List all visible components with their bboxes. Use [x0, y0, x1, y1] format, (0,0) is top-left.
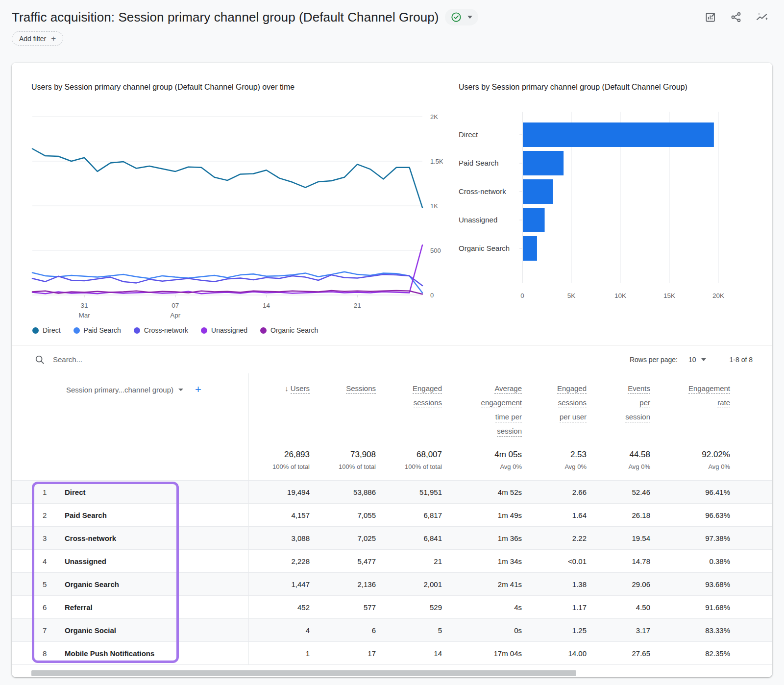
chevron-down-icon[interactable] — [178, 389, 183, 391]
row-metric-value: 3,088 — [248, 534, 316, 542]
legend-dot — [134, 327, 140, 334]
horizontal-scrollbar-thumb[interactable] — [31, 670, 576, 676]
column-header-engaged-sessions-peruser[interactable]: Engagedsessionsper user — [528, 381, 592, 424]
green-check-icon — [451, 12, 462, 23]
bar-category-label: Unassigned — [459, 216, 497, 224]
legend-label: Unassigned — [211, 326, 247, 334]
column-header-line: Engagement — [656, 381, 730, 395]
legend-item: Direct — [32, 326, 61, 334]
y-axis-tick-label: 500 — [430, 247, 441, 254]
line-series-paid_search — [32, 272, 422, 293]
row-metric-value: 7,025 — [316, 534, 382, 542]
row-metric-value: 1m 49s — [448, 511, 528, 519]
chevron-down-icon — [701, 358, 706, 361]
row-channel-name: Mobile Push Notifications — [55, 649, 248, 658]
x-axis-tick-label: 10K — [614, 292, 626, 299]
x-axis-tick-label: 0 — [520, 292, 524, 299]
totals-cell: 44.58Avg 0% — [592, 450, 656, 470]
legend-dot — [32, 327, 39, 334]
row-metric-value: 4s — [448, 603, 528, 612]
column-header-engagement-rate[interactable]: Engagementrate — [656, 381, 736, 410]
sort-descending-icon: ↓ — [285, 384, 289, 393]
rows-per-page-value: 10 — [688, 356, 696, 364]
bar-category-label: Paid Search — [459, 159, 499, 167]
row-metric-value: 91.68% — [656, 603, 736, 612]
row-metric-value: 1,447 — [248, 580, 316, 588]
x-axis-tick-label: 07 — [172, 302, 179, 309]
totals-value: 73,908 — [316, 450, 376, 460]
edit-report-icon[interactable] — [705, 11, 716, 23]
legend-label: Direct — [43, 326, 61, 334]
row-index: 5 — [31, 580, 55, 588]
totals-cell: 4m 05sAvg 0% — [448, 450, 528, 470]
add-dimension-button[interactable]: + — [195, 384, 201, 395]
totals-cell: 26,893100% of total — [248, 450, 316, 470]
totals-cell: 92.02%Avg 0% — [656, 450, 736, 470]
column-header-average-engagement-timeper-session[interactable]: Averageengagementtime persession — [448, 381, 528, 438]
totals-subtext: Avg 0% — [528, 463, 587, 470]
table-row: 7Organic Social4650s1.253.1783.33% — [12, 618, 772, 641]
bar-category-label: Organic Search — [459, 244, 510, 252]
row-metric-value: 4.50 — [592, 603, 656, 612]
row-index: 6 — [31, 603, 55, 612]
search-input[interactable] — [53, 355, 210, 364]
table-row: 3Cross-network3,0887,0256,8411m 36s2.221… — [12, 526, 772, 549]
users-over-time-line-chart: 05001K1.5K2K31Mar07Apr1421 — [31, 109, 443, 319]
insights-icon[interactable] — [756, 11, 768, 23]
totals-subtext: 100% of total — [248, 463, 310, 470]
row-metric-value: 4,157 — [248, 511, 316, 519]
column-header-line: Engaged — [528, 381, 587, 395]
row-metric-value: 93.68% — [656, 580, 736, 588]
row-metric-value: 96.63% — [656, 511, 736, 519]
bar-category-label: Cross-network — [459, 187, 506, 196]
column-header-sessions[interactable]: Sessions — [316, 381, 382, 395]
legend-item: Unassigned — [201, 326, 247, 334]
dimension-selector[interactable]: Session primary...channel group) + — [31, 381, 248, 395]
x-axis-tick-sublabel: Mar — [79, 312, 91, 319]
row-metric-value: 1 — [248, 649, 316, 658]
column-header-line: Events — [592, 381, 650, 395]
rows-per-page-select[interactable]: 10 — [688, 356, 706, 364]
y-axis-tick-label: 1.5K — [430, 158, 443, 165]
plus-icon: + — [51, 34, 56, 43]
row-metric-value: 1.38 — [528, 580, 592, 588]
line-chart-panel: Users by Session primary channel group (… — [31, 81, 443, 345]
row-channel-name: Organic Search — [55, 580, 248, 588]
line-chart-title: Users by Session primary channel group (… — [31, 81, 443, 109]
page-title: Traffic acquisition: Session primary cha… — [12, 10, 439, 25]
column-header-line: time per — [448, 410, 522, 424]
row-channel-name: Referral — [55, 603, 248, 612]
add-filter-button[interactable]: Add filter + — [12, 31, 63, 46]
row-metric-value: 4m 52s — [448, 488, 528, 496]
row-metric-value: 17m 04s — [448, 649, 528, 658]
row-metric-value: 3.17 — [592, 626, 656, 635]
x-axis-tick-label: 15K — [663, 292, 675, 299]
legend-label: Paid Search — [84, 326, 121, 334]
row-metric-value: 51,951 — [382, 488, 448, 496]
table-totals-row: 26,893100% of total73,908100% of total68… — [12, 438, 772, 480]
row-channel-name: Unassigned — [55, 557, 248, 565]
table-row: 2Paid Search4,1577,0556,8171m 49s1.6426.… — [12, 503, 772, 526]
column-header-line: sessions — [528, 395, 587, 410]
column-header-line: Average — [448, 381, 522, 395]
column-header-users[interactable]: ↓Users — [248, 381, 316, 395]
report-status-badge[interactable] — [445, 9, 478, 25]
row-metric-value: <0.01 — [528, 557, 592, 565]
row-metric-value: 2.66 — [528, 488, 592, 496]
share-icon[interactable] — [730, 11, 742, 23]
x-axis-tick-label: 5K — [567, 292, 576, 299]
totals-subtext: Avg 0% — [656, 463, 730, 470]
bar-chart-panel: Users by Session primary channel group (… — [459, 81, 753, 345]
row-metric-value: 0s — [448, 626, 528, 635]
totals-value: 92.02% — [656, 450, 730, 460]
column-header-engaged-sessions[interactable]: Engagedsessions — [382, 381, 448, 410]
row-metric-value: 19,494 — [248, 488, 316, 496]
column-header-events-per-session[interactable]: Eventspersession — [592, 381, 656, 424]
search-icon[interactable] — [34, 354, 45, 365]
table-header-row: Session primary...channel group) + ↓User… — [12, 373, 772, 438]
totals-subtext: Avg 0% — [448, 463, 522, 470]
totals-value: 26,893 — [248, 450, 310, 460]
totals-subtext: 100% of total — [316, 463, 376, 470]
totals-spacer — [31, 450, 248, 453]
row-metric-value: 2m 41s — [448, 580, 528, 588]
